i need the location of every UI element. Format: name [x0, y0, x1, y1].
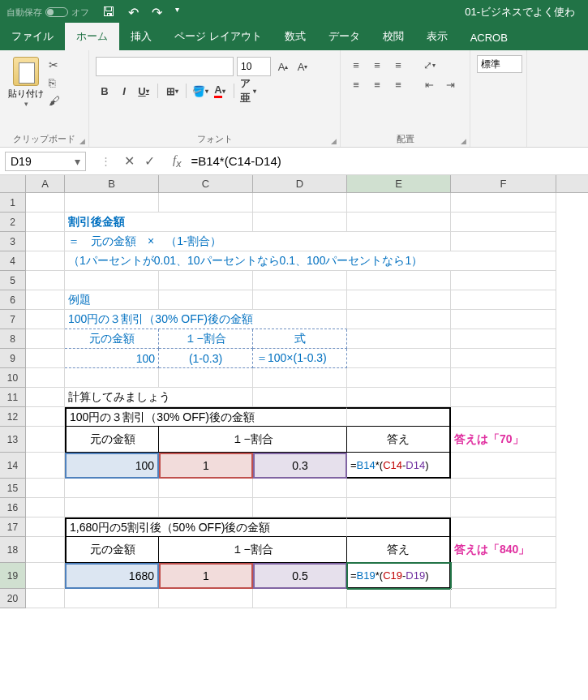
decrease-indent-icon[interactable]: ⇤	[420, 76, 438, 92]
orientation-icon[interactable]: ⤢▾	[420, 57, 438, 73]
cell[interactable]	[159, 193, 253, 213]
cell[interactable]	[65, 498, 159, 517]
row-header[interactable]: 16	[0, 498, 26, 517]
font-color-button[interactable]: A▾	[211, 81, 229, 101]
cell[interactable]: 1	[159, 453, 253, 479]
cell[interactable]	[347, 368, 451, 388]
row-header[interactable]: 11	[0, 388, 26, 407]
align-center-icon[interactable]: ≡	[368, 76, 386, 92]
fill-color-button[interactable]: 🪣▾	[191, 81, 209, 101]
row-header[interactable]: 4	[0, 251, 26, 271]
cell[interactable]	[451, 329, 556, 349]
row-header[interactable]: 7	[0, 310, 26, 329]
cell[interactable]	[159, 479, 253, 498]
increase-font-icon[interactable]: A▴	[274, 57, 292, 76]
row-header[interactable]: 18	[0, 537, 26, 563]
cell[interactable]	[65, 479, 159, 498]
col-header-d[interactable]: D	[253, 175, 347, 192]
cell[interactable]	[451, 290, 556, 310]
save-icon[interactable]: 🖫	[102, 5, 115, 20]
cell[interactable]	[65, 193, 159, 213]
cell[interactable]	[26, 349, 65, 368]
row-header[interactable]: 5	[0, 271, 26, 290]
row-header[interactable]: 14	[0, 453, 26, 479]
cell[interactable]	[253, 213, 347, 232]
align-top-icon[interactable]: ≡	[347, 57, 365, 73]
fx-icon[interactable]: fx	[173, 153, 181, 170]
cell[interactable]	[26, 388, 65, 407]
cell[interactable]: 100円の３割引（30% OFF)後の金額	[65, 310, 347, 329]
select-all-corner[interactable]	[0, 175, 26, 192]
row-header[interactable]: 15	[0, 479, 26, 498]
cell[interactable]: 答えは「840」	[451, 537, 556, 563]
align-middle-icon[interactable]: ≡	[368, 57, 386, 73]
cell[interactable]: (1-0.3)	[159, 349, 253, 368]
tab-formulas[interactable]: 数式	[273, 23, 317, 50]
tab-home[interactable]: ホーム	[65, 23, 119, 50]
cell[interactable]: ＝100×(1-0.3)	[253, 349, 347, 368]
cell[interactable]: 元の金額	[65, 537, 159, 563]
cell[interactable]	[26, 427, 65, 453]
font-size-select[interactable]	[237, 57, 271, 76]
cell[interactable]	[26, 290, 65, 310]
row-header[interactable]: 3	[0, 232, 26, 251]
cell[interactable]: 割引後金額	[65, 213, 159, 232]
cell[interactable]: 0.3	[253, 453, 347, 479]
cell[interactable]	[347, 310, 451, 329]
cell[interactable]	[26, 213, 65, 232]
cell[interactable]	[451, 563, 556, 589]
cell[interactable]	[451, 407, 556, 427]
cell[interactable]	[253, 479, 347, 498]
cell[interactable]: 元の金額	[65, 329, 159, 349]
number-format-select[interactable]: 標準	[477, 55, 522, 73]
cell[interactable]	[451, 479, 556, 498]
cell[interactable]	[26, 563, 65, 589]
cell[interactable]: 式	[253, 329, 347, 349]
cell[interactable]	[26, 589, 65, 608]
cell[interactable]	[26, 453, 65, 479]
cell[interactable]	[159, 271, 253, 290]
tab-view[interactable]: 表示	[415, 23, 459, 50]
cell[interactable]	[26, 329, 65, 349]
row-header[interactable]: 8	[0, 329, 26, 349]
cell[interactable]: 0.5	[253, 563, 347, 589]
col-header-a[interactable]: A	[26, 175, 65, 192]
qat-dropdown-icon[interactable]: ▾	[175, 5, 179, 20]
cell[interactable]: 答え	[347, 427, 451, 453]
tab-data[interactable]: データ	[317, 23, 371, 50]
dialog-launcher-icon[interactable]: ◢	[79, 137, 85, 145]
tab-acrobat[interactable]: ACROB	[459, 25, 519, 50]
row-header[interactable]: 10	[0, 368, 26, 388]
cell[interactable]	[159, 290, 253, 310]
cell[interactable]	[65, 368, 159, 388]
cell[interactable]	[65, 271, 159, 290]
undo-icon[interactable]: ↶	[128, 5, 139, 20]
cell[interactable]: 答えは「70」	[451, 427, 556, 453]
row-header[interactable]: 9	[0, 349, 26, 368]
row-header[interactable]: 6	[0, 290, 26, 310]
decrease-font-icon[interactable]: A▾	[294, 57, 311, 76]
cell[interactable]	[253, 498, 347, 517]
tab-page-layout[interactable]: ページ レイアウト	[163, 23, 273, 50]
cell[interactable]	[347, 517, 451, 537]
row-header[interactable]: 17	[0, 517, 26, 537]
active-cell[interactable]: =B19*(C19-D19)	[347, 563, 451, 589]
cancel-formula-icon[interactable]: ✕	[124, 153, 135, 170]
cell[interactable]: 1680	[65, 563, 159, 589]
row-header[interactable]: 20	[0, 589, 26, 608]
phonetic-button[interactable]: ア亜▾	[239, 81, 257, 101]
spreadsheet-grid[interactable]: A B C D E F 1 2 割引後金額 3 ＝ 元の金額 × （1-割合） …	[0, 175, 588, 608]
align-left-icon[interactable]: ≡	[347, 76, 365, 92]
cell[interactable]	[253, 589, 347, 608]
redo-icon[interactable]: ↷	[152, 5, 162, 20]
cell[interactable]	[253, 290, 347, 310]
cell[interactable]	[26, 479, 65, 498]
cell[interactable]	[26, 310, 65, 329]
cell[interactable]	[253, 388, 347, 407]
col-header-e[interactable]: E	[347, 175, 451, 192]
cell[interactable]	[159, 498, 253, 517]
cell[interactable]	[451, 368, 556, 388]
cell[interactable]	[26, 251, 65, 271]
cell[interactable]: 元の金額	[65, 427, 159, 453]
cell[interactable]	[451, 517, 556, 537]
